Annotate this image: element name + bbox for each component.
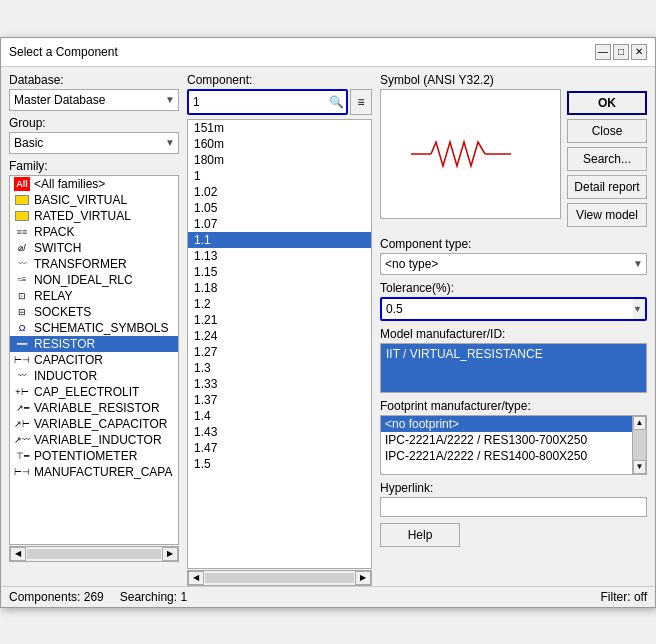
comp-item-1-05[interactable]: 1.05 [188, 200, 371, 216]
tolerance-arrow-icon[interactable]: ▼ [633, 304, 645, 314]
family-item-rpack[interactable]: ≡≡ RPACK [10, 224, 178, 240]
component-type-select[interactable]: <no type> [380, 253, 647, 275]
comp-item-1[interactable]: 1 [188, 168, 371, 184]
comp-item-1-18[interactable]: 1.18 [188, 280, 371, 296]
group-dropdown-wrapper: Basic ▼ [9, 132, 179, 154]
family-item-rated-virtual[interactable]: RATED_VIRTUAL [10, 208, 178, 224]
family-item-capacitor[interactable]: ⊢⊣ CAPACITOR [10, 352, 178, 368]
rpack-icon: ≡≡ [14, 225, 30, 239]
family-scrollbar-h: ◀ ▶ [9, 546, 179, 562]
family-item-all[interactable]: All <All families> [10, 176, 178, 192]
family-item-cap-electrolit[interactable]: +⊢ CAP_ELECTROLIT [10, 384, 178, 400]
family-item-resistor-label: RESISTOR [34, 337, 95, 351]
relay-icon: ⊡ [14, 289, 30, 303]
view-model-button[interactable]: View model [567, 203, 647, 227]
search-icon[interactable]: 🔍 [329, 95, 344, 109]
family-item-capacitor-label: CAPACITOR [34, 353, 103, 367]
minimize-button[interactable]: — [595, 44, 611, 60]
footprint-scroll-up[interactable]: ▲ [633, 416, 646, 430]
family-item-variable-inductor[interactable]: ↗〰 VARIABLE_INDUCTOR [10, 432, 178, 448]
footprint-list: <no footprint> IPC-2221A/2222 / RES1300-… [380, 415, 647, 475]
family-item-sockets-label: SOCKETS [34, 305, 91, 319]
filter-button[interactable]: ≡ [350, 89, 372, 115]
comp-item-1-13[interactable]: 1.13 [188, 248, 371, 264]
family-label: Family: [9, 159, 179, 173]
resistor-symbol-svg [401, 124, 541, 184]
close-button[interactable]: Close [567, 119, 647, 143]
filter-value: off [634, 590, 647, 604]
comp-scroll-right[interactable]: ▶ [355, 571, 371, 585]
comp-item-1-3[interactable]: 1.3 [188, 360, 371, 376]
maximize-button[interactable]: □ [613, 44, 629, 60]
component-scrollbar-h: ◀ ▶ [187, 570, 372, 586]
comp-item-1-21[interactable]: 1.21 [188, 312, 371, 328]
ok-button[interactable]: OK [567, 91, 647, 115]
footprint-scroll-down[interactable]: ▼ [633, 460, 646, 474]
comp-item-1-27[interactable]: 1.27 [188, 344, 371, 360]
resistor-icon: ━━ [14, 337, 30, 351]
family-item-manufacturer-capa[interactable]: ⊢⊣ MANUFACTURER_CAPA [10, 464, 178, 480]
family-item-variable-resistor[interactable]: ↗━ VARIABLE_RESISTOR [10, 400, 178, 416]
select-component-window: Select a Component — □ ✕ Database: Maste… [0, 37, 656, 608]
family-item-all-label: <All families> [34, 177, 105, 191]
database-select[interactable]: Master Database [9, 89, 179, 111]
family-item-variable-capacitor-label: VARIABLE_CAPACITOR [34, 417, 167, 431]
comp-scroll-left[interactable]: ◀ [188, 571, 204, 585]
detail-report-button[interactable]: Detail report [567, 175, 647, 199]
comp-item-1-02[interactable]: 1.02 [188, 184, 371, 200]
family-scroll-right[interactable]: ▶ [162, 547, 178, 561]
family-list: All <All families> BASIC_VIRTUAL RATED_V… [9, 175, 179, 545]
family-item-relay[interactable]: ⊡ RELAY [10, 288, 178, 304]
family-item-schematic-symbols[interactable]: Ω SCHEMATIC_SYMBOLS [10, 320, 178, 336]
comp-item-1-37[interactable]: 1.37 [188, 392, 371, 408]
database-label: Database: [9, 73, 179, 87]
family-item-resistor[interactable]: ━━ RESISTOR [10, 336, 178, 352]
tolerance-input[interactable] [382, 299, 633, 319]
comp-item-1-07[interactable]: 1.07 [188, 216, 371, 232]
family-item-non-ideal-rlc[interactable]: ≈≡ NON_IDEAL_RLC [10, 272, 178, 288]
family-item-sockets[interactable]: ⊟ SOCKETS [10, 304, 178, 320]
comp-item-151m[interactable]: 151m [188, 120, 371, 136]
family-item-variable-capacitor[interactable]: ↗⊢ VARIABLE_CAPACITOR [10, 416, 178, 432]
family-item-transformer[interactable]: 〰 TRANSFORMER [10, 256, 178, 272]
comp-item-1-2[interactable]: 1.2 [188, 296, 371, 312]
group-select[interactable]: Basic [9, 132, 179, 154]
status-spacer [203, 590, 584, 604]
symbol-area: Symbol (ANSI Y32.2) [380, 73, 561, 225]
switch-icon: ⌀/ [14, 241, 30, 255]
comp-item-1-5[interactable]: 1.5 [188, 456, 371, 472]
footprint-item-res1400[interactable]: IPC-2221A/2222 / RES1400-800X250 [381, 448, 646, 464]
help-button[interactable]: Help [380, 523, 460, 547]
family-item-rpack-label: RPACK [34, 225, 74, 239]
family-item-switch[interactable]: ⌀/ SWITCH [10, 240, 178, 256]
comp-item-180m[interactable]: 180m [188, 152, 371, 168]
potentiometer-icon: ⊤━ [14, 449, 30, 463]
footprint-item-none[interactable]: <no footprint> [381, 416, 646, 432]
family-item-rated-virtual-label: RATED_VIRTUAL [34, 209, 131, 223]
comp-item-1-1[interactable]: 1.1 [188, 232, 371, 248]
comp-item-1-47[interactable]: 1.47 [188, 440, 371, 456]
comp-item-1-4[interactable]: 1.4 [188, 408, 371, 424]
family-item-non-ideal-rlc-label: NON_IDEAL_RLC [34, 273, 133, 287]
family-item-inductor[interactable]: 〰 INDUCTOR [10, 368, 178, 384]
family-item-potentiometer[interactable]: ⊤━ POTENTIOMETER [10, 448, 178, 464]
close-button[interactable]: ✕ [631, 44, 647, 60]
component-label: Component: [187, 73, 372, 87]
component-search-input[interactable] [189, 91, 346, 113]
comp-item-1-33[interactable]: 1.33 [188, 376, 371, 392]
comp-item-1-24[interactable]: 1.24 [188, 328, 371, 344]
family-item-inductor-label: INDUCTOR [34, 369, 97, 383]
family-scroll-left[interactable]: ◀ [10, 547, 26, 561]
family-item-relay-label: RELAY [34, 289, 72, 303]
schematic-symbols-icon: Ω [14, 321, 30, 335]
family-item-basic-virtual-label: BASIC_VIRTUAL [34, 193, 127, 207]
comp-scroll-track [205, 573, 354, 583]
symbol-preview [380, 89, 561, 219]
footprint-item-res1300[interactable]: IPC-2221A/2222 / RES1300-700X250 [381, 432, 646, 448]
comp-item-160m[interactable]: 160m [188, 136, 371, 152]
family-item-basic-virtual[interactable]: BASIC_VIRTUAL [10, 192, 178, 208]
comp-item-1-15[interactable]: 1.15 [188, 264, 371, 280]
family-item-variable-resistor-label: VARIABLE_RESISTOR [34, 401, 160, 415]
search-button[interactable]: Search... [567, 147, 647, 171]
comp-item-1-43[interactable]: 1.43 [188, 424, 371, 440]
